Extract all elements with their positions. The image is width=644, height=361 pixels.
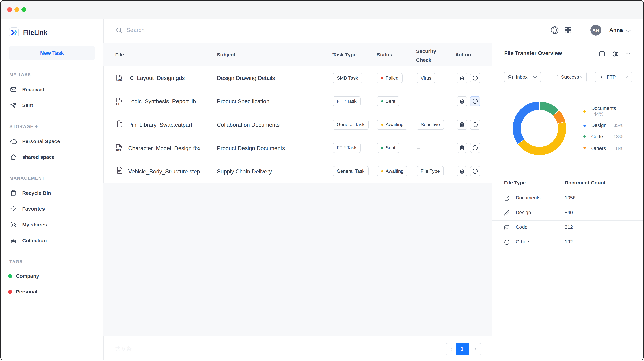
svg-text:SMB: SMB [116,79,122,82]
svg-text:FTP: FTP [116,149,121,152]
svg-text:FTP: FTP [116,102,121,105]
